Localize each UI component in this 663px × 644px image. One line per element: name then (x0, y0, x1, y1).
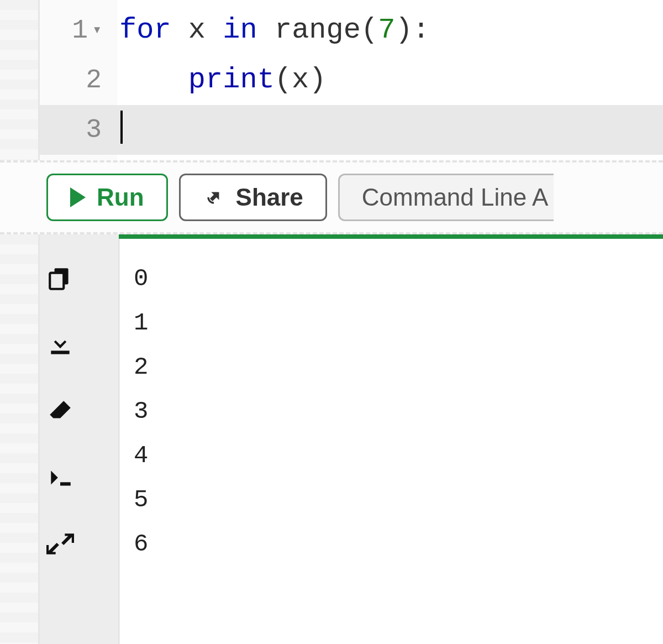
output-margin (0, 234, 40, 644)
copy-icon[interactable] (46, 265, 74, 292)
code-line[interactable]: print(x) (117, 55, 663, 105)
run-button[interactable]: Run (46, 174, 168, 221)
play-icon (70, 187, 86, 207)
line-number: 1▾ (40, 6, 117, 55)
svg-rect-2 (51, 350, 69, 354)
code-area[interactable]: for x in range(7): print(x) (117, 0, 663, 160)
download-icon[interactable] (46, 331, 74, 359)
code-line[interactable]: for x in range(7): (117, 6, 663, 55)
line-number: 3 (40, 105, 117, 155)
svg-rect-1 (50, 273, 64, 289)
fullscreen-icon[interactable] (46, 530, 74, 558)
command-line-args-button[interactable]: Command Line A (338, 174, 554, 221)
eraser-icon[interactable] (46, 397, 74, 425)
share-button[interactable]: Share (179, 174, 327, 221)
share-button-label: Share (236, 184, 303, 211)
output-text[interactable]: 0 1 2 3 4 5 6 (119, 234, 663, 644)
code-editor[interactable]: 1▾23 for x in range(7): print(x) (0, 0, 663, 160)
line-number: 2 (40, 55, 117, 105)
code-line[interactable] (117, 105, 663, 155)
svg-rect-3 (60, 482, 71, 485)
editor-margin (0, 0, 40, 160)
share-icon (203, 186, 225, 208)
terminal-icon[interactable] (46, 464, 74, 491)
fold-caret-icon[interactable]: ▾ (92, 6, 102, 55)
command-line-args-label: Command Line A (362, 184, 549, 211)
output-toolbar (0, 234, 119, 644)
editor-toolbar: Run Share Command Line A (0, 160, 663, 234)
output-panel: 0 1 2 3 4 5 6 (0, 234, 663, 644)
text-cursor (120, 111, 123, 144)
run-button-label: Run (97, 184, 144, 211)
output-accent-bar (119, 234, 663, 239)
line-number-gutter: 1▾23 (40, 0, 117, 160)
